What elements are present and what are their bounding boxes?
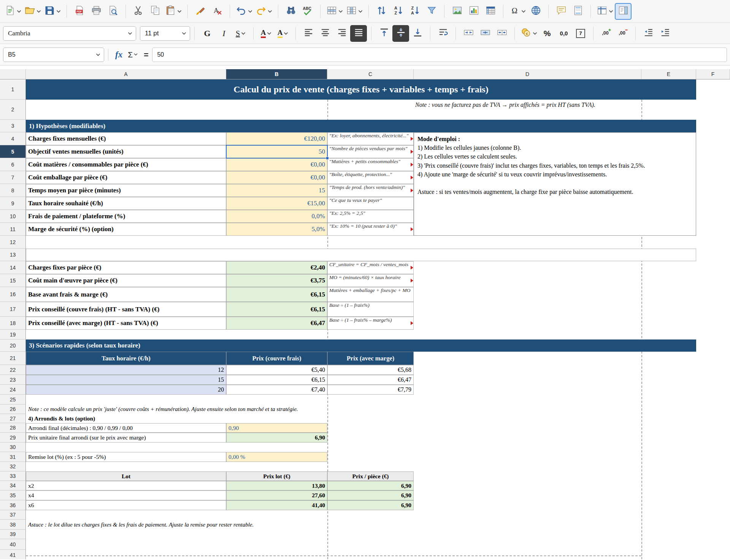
cell-A23[interactable]: 15 [26, 375, 226, 385]
cell-C24[interactable]: €7,79 [327, 385, 414, 395]
cell-A34[interactable]: x2 [26, 481, 226, 490]
cell-A10[interactable]: Frais de paiement / plateforme (%) [26, 210, 226, 223]
open-file-dropdown-arrow[interactable] [36, 10, 41, 13]
cell-grid[interactable]: 1234567891011121314151617181920212223242… [0, 79, 730, 559]
cell-B11[interactable]: 5,0% [226, 223, 327, 236]
new-document-button[interactable] [3, 3, 23, 20]
cell-C21[interactable]: Prix (avec marge) [327, 352, 414, 365]
row-header-16[interactable]: 16 [0, 287, 26, 302]
cell-A29[interactable]: Prix unitaire final arrondi (sur le prix… [26, 433, 226, 443]
special-character-dropdown-arrow[interactable] [521, 10, 526, 13]
cell-C22[interactable]: €5,68 [327, 365, 414, 375]
row-header-33[interactable]: 33 [0, 471, 26, 481]
cell-A3[interactable]: 1) Hypothèses (modifiables) [26, 120, 696, 132]
cell-B33[interactable]: Prix lot (€) [226, 471, 327, 481]
row-header-37[interactable]: 37 [0, 510, 26, 520]
cell-C7[interactable]: "Boîte, étiquette, protection..." [327, 171, 414, 184]
format-currency-button[interactable]: € [519, 25, 539, 42]
cell-B5[interactable]: 50 [226, 145, 327, 158]
cell-C9[interactable]: "Ce que tu veux te payer" [327, 197, 414, 210]
save-dropdown-arrow[interactable] [56, 10, 61, 13]
column-header-A[interactable]: A [26, 69, 226, 79]
format-number-button[interactable]: 0,0 [555, 25, 572, 42]
cell-A20[interactable]: 3) Scénarios rapides (selon taux horaire… [26, 339, 696, 352]
cell-C17[interactable]: Base ÷ (1 – frais%) [327, 302, 414, 317]
sort-ascending-button[interactable]: AZ [390, 3, 406, 20]
redo-button[interactable] [254, 3, 274, 20]
cell-C6[interactable]: "Matières + petits consommables" [327, 158, 414, 171]
row-header-5[interactable]: 5 [0, 145, 26, 158]
cell-A15[interactable]: Coût main d'œuvre par pièce (€) [26, 274, 226, 287]
insert-column-dropdown-arrow[interactable] [358, 10, 363, 13]
row-header-13[interactable]: 13 [0, 249, 26, 261]
cell-A27[interactable]: 4) Arrondis & lots (option) [26, 414, 226, 423]
cell-C14[interactable]: CF_unitaire = CF_mois / ventes_mois [327, 261, 414, 274]
cell-C33[interactable]: Prix / pièce (€) [327, 471, 414, 481]
open-file-button[interactable] [23, 3, 43, 20]
cell-B10[interactable]: 0,0% [226, 210, 327, 223]
highlight-color-dropdown-arrow[interactable] [284, 32, 288, 35]
cell-A28[interactable]: Arrondi final (décimales) : 0,90 / 0,99 … [26, 423, 226, 433]
row-header-31[interactable]: 31 [0, 452, 26, 462]
mode-demploi-box[interactable]: Mode d'emploi :1) Modifie les cellules j… [414, 132, 696, 236]
cell-A35[interactable]: x4 [26, 490, 226, 500]
valign-top-button[interactable] [376, 25, 392, 42]
formula-button[interactable]: = [144, 50, 148, 59]
spelling-button[interactable]: ABC [299, 3, 316, 20]
chevron-down-icon[interactable] [92, 53, 104, 56]
column-header-B[interactable]: B [226, 69, 327, 79]
row-header-30[interactable]: 30 [0, 443, 26, 452]
row-header-24[interactable]: 24 [0, 385, 26, 395]
italic-button[interactable]: I [216, 25, 232, 42]
row-header-4[interactable]: 4 [0, 132, 26, 145]
font-color-button[interactable]: A [258, 25, 275, 42]
cell-B31[interactable]: 0,00 % [226, 452, 327, 462]
row-header-12[interactable]: 12 [0, 236, 26, 249]
row-header-21[interactable]: 21 [0, 352, 26, 365]
insert-chart-button[interactable] [465, 3, 482, 20]
insert-row-dropdown-arrow[interactable] [338, 10, 343, 13]
cell-B4[interactable]: €120,00 [226, 132, 327, 145]
formula-input[interactable]: 50 [152, 48, 727, 62]
cell-A11[interactable]: Marge de sécurité (%) (option) [26, 223, 226, 236]
cell-C4[interactable]: "Ex: loyer, abonnements, électricité..." [327, 132, 414, 145]
bold-button[interactable]: G [199, 25, 216, 42]
sidebar-button[interactable] [615, 3, 632, 20]
merge-center-button[interactable] [460, 25, 477, 42]
unmerge-cells-button[interactable] [494, 25, 510, 42]
font-color-dropdown-arrow[interactable] [267, 32, 271, 35]
autofilter-button[interactable] [423, 3, 440, 20]
row-header-17[interactable]: 17 [0, 302, 26, 317]
row-header-32[interactable]: 32 [0, 462, 26, 471]
cell-A9[interactable]: Taux horaire souhaité (€/h) [26, 197, 226, 210]
format-date-button[interactable]: 7 [572, 25, 589, 42]
cell-A38[interactable]: Astuce : le lot dilue tes charges fixes … [26, 520, 641, 530]
cell-C23[interactable]: €6,47 [327, 375, 414, 385]
clone-formatting-button[interactable] [192, 3, 209, 20]
cell-B22[interactable]: €5,40 [226, 365, 327, 375]
column-header-F[interactable]: F [696, 69, 730, 79]
sort-descending-button[interactable]: ZA [406, 3, 423, 20]
row-header-2[interactable]: 2 [0, 100, 26, 120]
cell-A17[interactable]: Prix conseillé (couvre frais) (HT - sans… [26, 302, 226, 317]
function-wizard-button[interactable]: fx [115, 50, 122, 60]
freeze-panes-dropdown-arrow[interactable] [609, 10, 613, 13]
pivot-table-button[interactable] [482, 3, 499, 20]
row-header-8[interactable]: 8 [0, 184, 26, 197]
paste-button[interactable] [163, 3, 183, 20]
cell-A6[interactable]: Coût matières / consommables par pièce (… [26, 158, 226, 171]
cell-C5[interactable]: "Nombre de pièces vendues par mois" [327, 145, 414, 158]
cell-B36[interactable]: 41,40 [226, 500, 327, 510]
wrap-text-button[interactable] [435, 25, 451, 42]
row-header-14[interactable]: 14 [0, 261, 26, 274]
row-header-22[interactable]: 22 [0, 365, 26, 375]
cell-B23[interactable]: €6,15 [226, 375, 327, 385]
headers-footers-button[interactable] [570, 3, 586, 20]
cell-B15[interactable]: €3,75 [226, 274, 327, 287]
cell-C35[interactable]: 6,90 [327, 490, 414, 500]
sort-button[interactable] [373, 3, 390, 20]
cell-B6[interactable]: €0,00 [226, 158, 327, 171]
cell-C15[interactable]: MO = (minutes/60) × taux horaire [327, 274, 414, 287]
row-header-6[interactable]: 6 [0, 158, 26, 171]
row-header-3[interactable]: 3 [0, 120, 26, 132]
